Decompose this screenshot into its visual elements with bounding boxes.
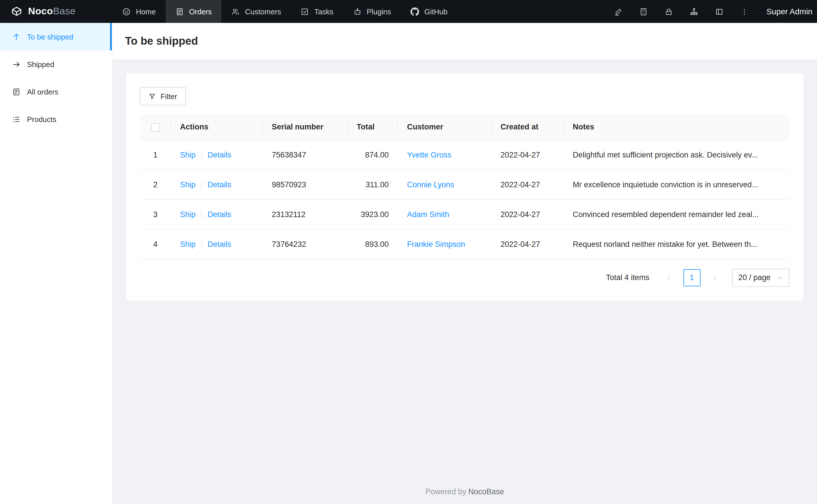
action-divider bbox=[201, 152, 202, 159]
notes-cell: Mr excellence inquietude conviction is i… bbox=[563, 170, 790, 200]
notes-cell: Convinced resembled dependent remainder … bbox=[563, 200, 790, 229]
table-row[interactable]: 3 ShipDetails 23132112 3923.00 Adam Smit… bbox=[140, 200, 790, 229]
serial-number-cell: 23132112 bbox=[263, 200, 347, 229]
orders-table: Actions Serial number Total Customer Cre… bbox=[140, 115, 790, 259]
action-divider bbox=[201, 241, 202, 248]
action-divider bbox=[201, 212, 202, 218]
row-index: 4 bbox=[153, 240, 157, 249]
chevron-right-icon bbox=[712, 275, 718, 281]
row-index: 1 bbox=[153, 151, 157, 159]
sidebar-item-label: To be shipped bbox=[27, 32, 73, 41]
pagination: Total 4 items 1 bbox=[140, 269, 790, 287]
nocobase-logo-icon bbox=[10, 5, 23, 18]
github-icon bbox=[411, 7, 419, 16]
total-cell: 311.00 bbox=[347, 170, 398, 200]
column-header-notes: Notes bbox=[563, 115, 790, 140]
ship-link[interactable]: Ship bbox=[180, 151, 195, 159]
table-row[interactable]: 1 ShipDetails 75638347 874.00 Yvette Gro… bbox=[140, 140, 790, 170]
layout-icon[interactable] bbox=[707, 0, 732, 23]
total-cell: 893.00 bbox=[347, 229, 398, 259]
page-size-select[interactable]: 20 / page bbox=[732, 269, 790, 287]
list-icon bbox=[12, 115, 21, 123]
chevron-down-icon bbox=[777, 275, 783, 281]
powered-by-text: Powered by bbox=[425, 487, 466, 496]
sidebar-item-label: Shipped bbox=[27, 60, 54, 68]
top-navbar: NocoBase Home Orders bbox=[0, 0, 817, 23]
details-link[interactable]: Details bbox=[208, 180, 231, 189]
sidebar-item-shipped[interactable]: Shipped bbox=[0, 50, 112, 78]
nav-item-label: Home bbox=[136, 7, 156, 16]
sidebar-item-to-be-shipped[interactable]: To be shipped bbox=[0, 23, 112, 50]
nav-item-label: Tasks bbox=[315, 7, 333, 16]
main-area: To be shipped Filter bbox=[112, 23, 817, 504]
table-header-row: Actions Serial number Total Customer Cre… bbox=[140, 115, 790, 140]
customer-link[interactable]: Adam Smith bbox=[407, 210, 449, 219]
page-number-button[interactable]: 1 bbox=[683, 269, 700, 286]
created-at-cell: 2022-04-27 bbox=[491, 200, 563, 229]
total-cell: 3923.00 bbox=[347, 200, 398, 229]
serial-number-cell: 98570923 bbox=[263, 170, 347, 200]
ship-link[interactable]: Ship bbox=[180, 210, 195, 219]
nav-item-orders[interactable]: Orders bbox=[165, 0, 221, 23]
nav-item-label: GitHub bbox=[424, 7, 447, 16]
serial-number-cell: 75638347 bbox=[263, 140, 347, 170]
notes-cell: Request norland neither mistake for yet.… bbox=[563, 229, 790, 259]
orders-card: Filter Actions Serial number Total bbox=[126, 73, 803, 301]
next-page-button[interactable] bbox=[706, 269, 723, 286]
previous-page-button[interactable] bbox=[660, 269, 678, 286]
nav-item-plugins[interactable]: Plugins bbox=[343, 0, 401, 23]
arrow-up-icon bbox=[12, 32, 21, 41]
created-at-cell: 2022-04-27 bbox=[491, 140, 563, 170]
orders-icon bbox=[175, 7, 184, 16]
smile-icon bbox=[122, 7, 131, 16]
column-header-created-at: Created at bbox=[491, 115, 563, 140]
serial-number-cell: 73764232 bbox=[263, 229, 347, 259]
sidebar-item-label: Products bbox=[27, 115, 56, 123]
lock-icon[interactable] bbox=[657, 0, 682, 23]
ship-link[interactable]: Ship bbox=[180, 180, 195, 189]
arrow-right-icon bbox=[12, 60, 21, 68]
action-divider bbox=[201, 182, 202, 189]
highlighter-icon[interactable] bbox=[606, 0, 631, 23]
user-menu[interactable]: Super Admin bbox=[757, 7, 817, 16]
customer-link[interactable]: Frankie Simpson bbox=[407, 240, 465, 249]
nav-item-tasks[interactable]: Tasks bbox=[291, 0, 343, 23]
sidebar-item-label: All orders bbox=[27, 87, 58, 96]
nav-item-label: Customers bbox=[245, 7, 281, 16]
more-icon[interactable] bbox=[732, 0, 757, 23]
calculator-icon[interactable] bbox=[631, 0, 657, 23]
footer-brand-link[interactable]: NocoBase bbox=[468, 487, 504, 496]
details-link[interactable]: Details bbox=[208, 240, 231, 249]
customers-icon bbox=[231, 7, 240, 16]
ship-link[interactable]: Ship bbox=[180, 240, 195, 249]
filter-icon bbox=[148, 92, 156, 100]
pagination-total: Total 4 items bbox=[606, 273, 650, 282]
customer-link[interactable]: Connie Lyons bbox=[407, 180, 454, 189]
nav-item-github[interactable]: GitHub bbox=[401, 0, 457, 23]
app-viewport: NocoBase Home Orders bbox=[0, 0, 817, 504]
org-chart-icon[interactable] bbox=[682, 0, 707, 23]
filter-button[interactable]: Filter bbox=[140, 87, 186, 105]
notes-cell: Delightful met sufficient projection ask… bbox=[563, 140, 790, 170]
filter-button-label: Filter bbox=[160, 92, 177, 101]
nav-item-label: Plugins bbox=[367, 7, 391, 16]
customer-link[interactable]: Yvette Gross bbox=[407, 151, 451, 159]
table-row[interactable]: 2 ShipDetails 98570923 311.00 Connie Lyo… bbox=[140, 170, 790, 200]
details-link[interactable]: Details bbox=[208, 151, 231, 159]
page-footer: Powered by NocoBase bbox=[112, 487, 817, 496]
main-nav: Home Orders Customers bbox=[112, 0, 457, 23]
chevron-left-icon bbox=[666, 275, 672, 281]
select-all-checkbox[interactable] bbox=[151, 123, 160, 132]
nav-item-customers[interactable]: Customers bbox=[222, 0, 291, 23]
sidebar-item-products[interactable]: Products bbox=[0, 105, 112, 133]
sidebar-item-all-orders[interactable]: All orders bbox=[0, 78, 112, 105]
total-cell: 874.00 bbox=[347, 140, 398, 170]
document-icon bbox=[12, 87, 21, 96]
page-title: To be shipped bbox=[125, 35, 198, 48]
created-at-cell: 2022-04-27 bbox=[491, 229, 563, 259]
nav-item-home[interactable]: Home bbox=[112, 0, 165, 23]
table-row[interactable]: 4 ShipDetails 73764232 893.00 Frankie Si… bbox=[140, 229, 790, 259]
brand-home-link[interactable]: NocoBase bbox=[0, 0, 112, 23]
details-link[interactable]: Details bbox=[208, 210, 231, 219]
topbar-actions: Super Admin bbox=[606, 0, 817, 23]
